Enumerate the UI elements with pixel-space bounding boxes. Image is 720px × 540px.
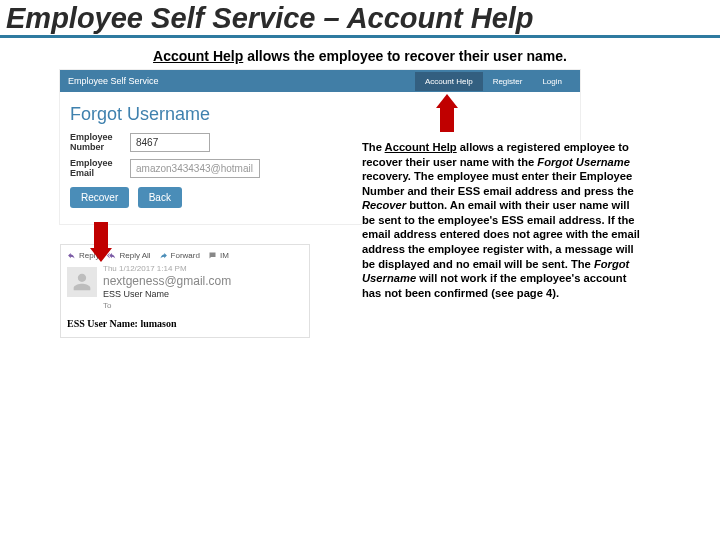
email-meta: Thu 1/12/2017 1:14 PM nextgeness@gmail.c…: [103, 264, 303, 310]
explanation-text: The Account Help allows a registered emp…: [362, 140, 644, 300]
email-body: ESS User Name: lumason: [67, 318, 303, 329]
person-icon: [72, 272, 92, 292]
email-to: To: [103, 301, 303, 310]
t: recovery. The employee must enter their …: [362, 170, 634, 197]
arrow-head-icon: [90, 248, 112, 262]
reply-all-action[interactable]: Reply All: [107, 251, 150, 260]
back-button[interactable]: Back: [138, 187, 182, 208]
im-icon: [208, 251, 217, 260]
forward-action[interactable]: Forward: [159, 251, 200, 260]
im-label: IM: [220, 251, 229, 260]
nav-login[interactable]: Login: [532, 72, 572, 91]
arrow-down-recover: [90, 222, 112, 262]
arrow-up-account-help: [436, 94, 458, 132]
recover-button[interactable]: Recover: [70, 187, 129, 208]
t-underlined: Account Help: [385, 141, 457, 153]
app-brand: Employee Self Service: [68, 76, 415, 86]
page-subtitle: Account Help allows the employee to reco…: [0, 48, 720, 64]
reply-all-label: Reply All: [119, 251, 150, 260]
label-employee-number: Employee Number: [70, 133, 130, 153]
content-area: Employee Self Service Account Help Regis…: [60, 70, 660, 338]
forward-icon: [159, 251, 168, 260]
arrow-head-icon: [436, 94, 458, 108]
forward-label: Forward: [171, 251, 200, 260]
avatar: [67, 267, 97, 297]
im-action[interactable]: IM: [208, 251, 229, 260]
arrow-shaft: [94, 222, 108, 248]
t-italic: Recover: [362, 199, 406, 211]
app-topbar: Employee Self Service Account Help Regis…: [60, 70, 580, 92]
input-employee-email[interactable]: [130, 159, 260, 178]
email-header: Thu 1/12/2017 1:14 PM nextgeness@gmail.c…: [67, 264, 303, 310]
label-employee-email: Employee Email: [70, 159, 130, 179]
email-from: nextgeness@gmail.com: [103, 274, 303, 288]
subtitle-rest: allows the employee to recover their use…: [243, 48, 567, 64]
subtitle-underlined: Account Help: [153, 48, 243, 64]
t: The: [362, 141, 385, 153]
title-bar: Employee Self Service – Account Help: [0, 0, 720, 38]
page-title: Employee Self Service – Account Help: [6, 2, 714, 35]
email-date: Thu 1/12/2017 1:14 PM: [103, 264, 303, 273]
input-employee-number[interactable]: [130, 133, 210, 152]
nav-register[interactable]: Register: [483, 72, 533, 91]
email-subject: ESS User Name: [103, 289, 303, 299]
t-italic: Forgot Username: [537, 156, 630, 168]
reply-icon: [67, 251, 76, 260]
nav-account-help[interactable]: Account Help: [415, 72, 483, 91]
forgot-username-heading: Forgot Username: [70, 104, 570, 125]
app-nav: Account Help Register Login: [415, 72, 572, 91]
arrow-shaft: [440, 108, 454, 132]
